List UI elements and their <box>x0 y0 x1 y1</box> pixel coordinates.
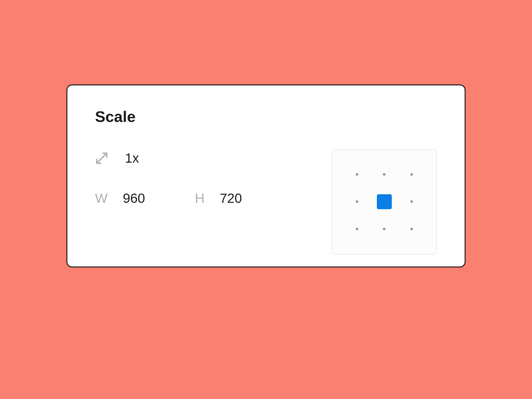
anchor-point-bottom-right[interactable] <box>398 215 425 243</box>
height-value[interactable]: 720 <box>220 191 242 206</box>
height-group: H 720 <box>195 191 242 206</box>
scale-diagonal-icon <box>95 152 108 165</box>
width-group: W 960 <box>95 191 145 206</box>
width-label: W <box>95 191 108 206</box>
anchor-point-top-right[interactable] <box>398 161 425 188</box>
height-label: H <box>195 191 204 206</box>
anchor-point-top-left[interactable] <box>343 161 371 188</box>
scale-value[interactable]: 1x <box>125 150 139 166</box>
panel-title: Scale <box>95 108 437 126</box>
width-value[interactable]: 960 <box>123 191 145 206</box>
anchor-point-bottom-center[interactable] <box>371 215 398 243</box>
anchor-point-center[interactable] <box>371 188 398 216</box>
scale-panel: Scale 1x W 960 H 720 <box>66 85 466 267</box>
anchor-grid <box>332 149 437 254</box>
anchor-point-middle-right[interactable] <box>398 188 425 216</box>
svg-line-0 <box>97 153 107 163</box>
anchor-point-top-center[interactable] <box>371 161 398 188</box>
anchor-point-bottom-left[interactable] <box>343 215 371 243</box>
anchor-point-middle-left[interactable] <box>343 188 371 216</box>
